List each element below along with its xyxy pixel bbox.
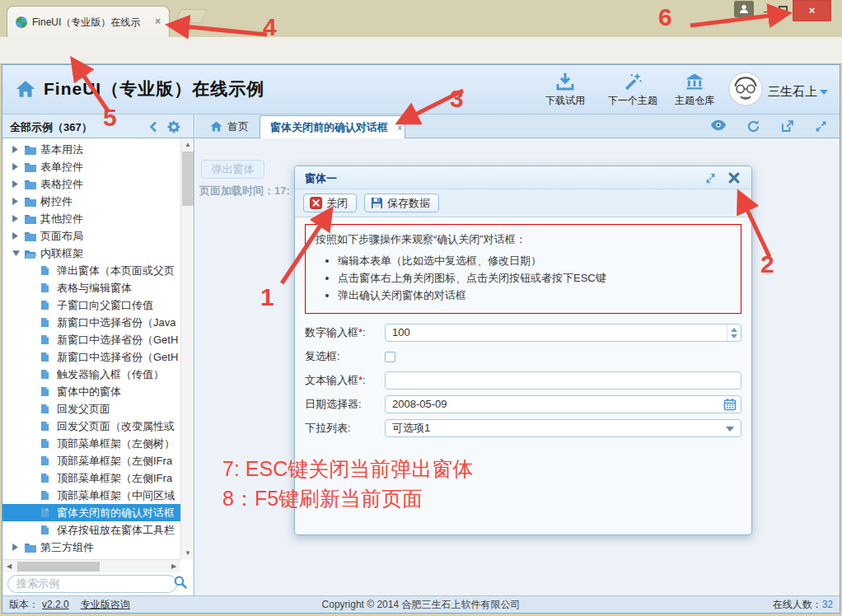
- tree-item[interactable]: 树控件: [2, 193, 180, 210]
- popup-window-button[interactable]: 弹出窗体: [201, 160, 264, 179]
- user-avatar[interactable]: [728, 72, 763, 106]
- theme-store-button[interactable]: 主题仓库: [660, 72, 729, 108]
- tree-item[interactable]: 页面布局: [2, 227, 180, 245]
- tree-item[interactable]: 其他控件: [2, 210, 180, 227]
- calendar-icon[interactable]: [723, 398, 737, 411]
- tree-item[interactable]: 新窗口中选择省份（GetH: [2, 348, 180, 366]
- tree-item[interactable]: 回发父页面: [2, 400, 180, 418]
- horizontal-scrollbar[interactable]: ◀ ▶: [2, 559, 180, 572]
- tree-item-label: 顶部菜单框架（左侧IFra: [57, 471, 172, 486]
- browser-tab[interactable]: FineUI（专业版）在线示 ×: [7, 6, 170, 37]
- dialog-window: 窗体一 关闭 保存数据: [294, 166, 752, 535]
- tree-item[interactable]: 内联框架: [2, 245, 180, 262]
- tree-collapse-icon[interactable]: [12, 250, 24, 256]
- tab-home[interactable]: 首页: [200, 114, 259, 138]
- tree-item[interactable]: 新窗口中选择省份（Java: [2, 314, 180, 331]
- dialog-close-icon[interactable]: [728, 172, 740, 184]
- tab-confirm-dialog[interactable]: 窗体关闭前的确认对话框 ×: [260, 115, 405, 138]
- tree-expand-icon[interactable]: [12, 544, 24, 551]
- file-icon: [40, 473, 57, 483]
- window-maximize-button[interactable]: [779, 6, 788, 13]
- home-icon[interactable]: [16, 79, 35, 99]
- close-button[interactable]: 关闭: [303, 194, 357, 212]
- tree-expand-icon[interactable]: [12, 215, 24, 222]
- tree-item[interactable]: 顶部菜单框架（左侧树）: [2, 435, 180, 452]
- tree-item[interactable]: 保存按钮放在窗体工具栏: [2, 521, 180, 539]
- date-picker-input[interactable]: 2008-05-09: [385, 395, 741, 413]
- username[interactable]: 三生石上: [768, 84, 817, 100]
- tree-item[interactable]: 窗体关闭前的确认对话框: [2, 504, 180, 521]
- download-trial-button[interactable]: 下载试用: [531, 72, 600, 108]
- next-theme-button[interactable]: 下一个主题: [598, 72, 667, 108]
- folder-open-icon: [24, 248, 40, 259]
- browser-tab-close-icon[interactable]: ×: [152, 16, 164, 28]
- tree-item[interactable]: 表格与编辑窗体: [2, 279, 180, 296]
- tree-item[interactable]: 弹出窗体（本页面或父页: [2, 262, 180, 279]
- search-icon[interactable]: [173, 575, 187, 589]
- example-tree: 基本用法表单控件表格控件树控件其他控件页面布局内联框架弹出窗体（本页面或父页表格…: [2, 138, 180, 559]
- tree-item[interactable]: 新窗口中选择省份（GetH: [2, 331, 180, 348]
- eye-icon[interactable]: [710, 119, 727, 131]
- tree-item[interactable]: 子窗口向父窗口传值: [2, 296, 180, 314]
- tree-item-label: 表单控件: [40, 160, 83, 175]
- dialog-maximize-icon[interactable]: [704, 172, 717, 184]
- tree-item[interactable]: 窗体中的窗体: [2, 383, 180, 400]
- window-minimize-button[interactable]: —: [762, 2, 775, 16]
- tree-item[interactable]: 第三方组件: [2, 539, 180, 556]
- tree-expand-icon[interactable]: [12, 198, 24, 205]
- tab-close-icon[interactable]: ×: [397, 117, 402, 139]
- browser-profile-button[interactable]: [734, 1, 754, 17]
- spinner-down-icon[interactable]: [731, 334, 737, 338]
- checkbox[interactable]: [385, 352, 395, 362]
- file-icon: [40, 386, 57, 397]
- spinner-buttons[interactable]: [727, 324, 741, 341]
- tree-item[interactable]: 顶部菜单框架（左侧IFra: [2, 469, 180, 487]
- folder-icon: [24, 179, 40, 190]
- tree-expand-icon[interactable]: [12, 146, 24, 153]
- tree-expand-icon[interactable]: [12, 163, 24, 170]
- dropdown-caret-icon[interactable]: [726, 427, 734, 432]
- dialog-titlebar[interactable]: 窗体一: [295, 166, 751, 189]
- tree-expand-icon[interactable]: [12, 232, 24, 240]
- text-input[interactable]: [385, 371, 741, 390]
- user-menu-caret-icon[interactable]: [820, 90, 828, 95]
- tree-item-label: 内联框架: [40, 246, 83, 261]
- tree-item[interactable]: 顶部菜单框架（中间区域: [2, 487, 180, 504]
- scroll-up-icon[interactable]: ▲: [181, 138, 194, 151]
- tree-expand-icon[interactable]: [12, 180, 24, 188]
- dropdown-select[interactable]: 可选项1: [385, 419, 741, 437]
- external-link-icon[interactable]: [780, 119, 794, 133]
- spinner-up-icon[interactable]: [731, 328, 737, 332]
- tree-item[interactable]: 触发器输入框（传值）: [2, 366, 180, 383]
- tree-item[interactable]: 基本用法: [2, 141, 180, 158]
- app-body: 全部示例（367） 基本用法表单控件表格控件树控件其他控件页面布局内联框架弹出窗…: [2, 114, 840, 595]
- scrollbar-thumb[interactable]: [17, 562, 100, 572]
- scrollbar-thumb[interactable]: [182, 152, 194, 206]
- file-icon: [40, 525, 57, 535]
- tree-item-label: 第三方组件: [40, 540, 94, 555]
- search-input[interactable]: 搜索示例: [7, 575, 177, 593]
- file-icon: [40, 334, 57, 345]
- gear-icon[interactable]: [167, 120, 180, 133]
- scroll-left-icon[interactable]: ◀: [2, 560, 16, 573]
- window-close-button[interactable]: ×: [793, 0, 831, 21]
- expand-icon[interactable]: [814, 119, 828, 133]
- tree-item[interactable]: 顶部菜单框架（左侧IFra: [2, 452, 180, 469]
- instruction-step: 弹出确认关闭窗体的对话框: [338, 287, 731, 304]
- tree-item[interactable]: 回发父页面（改变属性或: [2, 418, 180, 435]
- number-input[interactable]: 100: [385, 324, 741, 342]
- copyright: Copyright © 2014 合肥三生石上软件有限公司: [2, 596, 840, 613]
- vertical-scrollbar[interactable]: ▲ ▼: [180, 138, 194, 559]
- new-tab-button[interactable]: [175, 9, 208, 23]
- file-icon: [40, 404, 57, 414]
- next-theme-label: 下一个主题: [598, 94, 667, 108]
- refresh-icon[interactable]: [746, 119, 760, 133]
- fineui-page: FineUI（专业版）在线示例 下载试用 下一个主题 主题仓库 三生石上 全部示…: [2, 64, 840, 614]
- tree-item[interactable]: 表格控件: [2, 175, 180, 193]
- collapse-sidebar-icon[interactable]: [149, 121, 157, 133]
- scroll-right-icon[interactable]: ▶: [167, 560, 180, 573]
- tree-item[interactable]: 表单控件: [2, 158, 180, 175]
- download-trial-label: 下载试用: [531, 94, 600, 108]
- scroll-down-icon[interactable]: ▼: [181, 547, 194, 559]
- save-data-button[interactable]: 保存数据: [364, 194, 439, 212]
